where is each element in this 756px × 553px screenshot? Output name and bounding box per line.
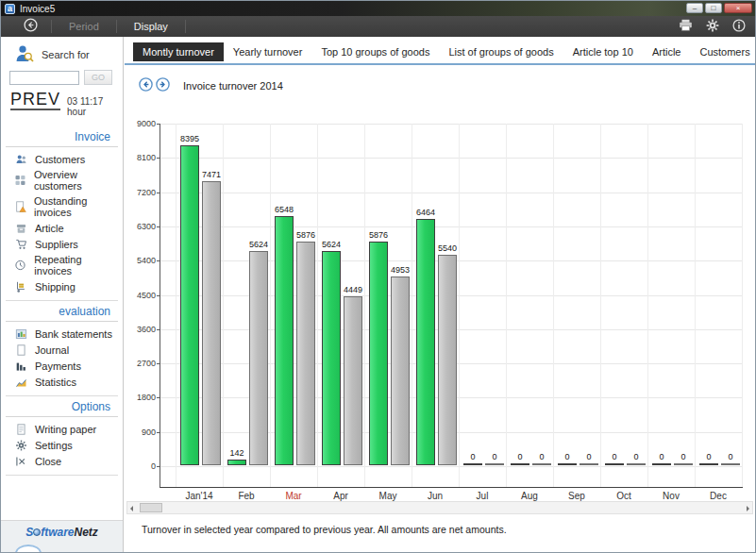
month-group-jul: 00Jul [459, 123, 506, 465]
search-label: Search for [42, 49, 90, 60]
sidebar-item-settings[interactable]: Settings [6, 437, 118, 453]
bar-value-label: 5876 [362, 230, 395, 240]
sidebar-item-label: Suppliers [35, 239, 78, 250]
sidebar-item-statistics[interactable]: Statistics [6, 374, 118, 390]
bar-previous-year-mar [296, 242, 315, 465]
horizontal-scrollbar[interactable] [126, 501, 753, 514]
info-icon [732, 19, 746, 35]
month-group-jan-14: 83957471Jan'14 [176, 123, 223, 465]
sidebar-section-options: OptionsWriting paperSettingsClose [6, 396, 118, 476]
print-icon [679, 19, 693, 34]
sidebar-item-label: Shipping [35, 281, 76, 293]
month-group-aug: 00Aug [506, 123, 553, 465]
sidebar-section-evaluation: evaluationBank statementsJournalPayments… [6, 301, 118, 396]
y-tick [157, 158, 160, 159]
month-group-sep: 00Sep [553, 123, 600, 465]
menu-display[interactable]: Display [128, 19, 174, 34]
bar-selected-year-2014-dec [699, 463, 718, 465]
search-person-icon [14, 43, 35, 66]
bar-previous-year-may [391, 276, 410, 465]
tab-list-of-groups-of-goods[interactable]: List of groups of goods [439, 42, 563, 61]
bar-selected-year-2014-sep [558, 463, 577, 465]
scroll-left-arrow[interactable] [127, 502, 139, 513]
app-icon: a [5, 4, 15, 14]
sidebar-item-journal[interactable]: Journal [6, 342, 118, 358]
sidebar-item-overview-customers[interactable]: Overview customers [6, 167, 118, 193]
sidebar-item-close[interactable]: Close [6, 453, 118, 469]
sidebar-item-label: Payments [35, 360, 81, 372]
tab-top-10-groups-of-goods[interactable]: Top 10 groups of goods [311, 42, 439, 61]
bar-value-label: 142 [221, 448, 253, 458]
close-button[interactable]: × [724, 3, 752, 13]
y-tick [157, 295, 160, 296]
y-tick [157, 226, 160, 227]
toolbar-separator [51, 20, 52, 33]
prev-label: PREV [10, 90, 60, 109]
section-title-evaluation: evaluation [6, 301, 118, 322]
bar-value-label: 5624 [315, 240, 347, 249]
scrollbar-thumb[interactable] [140, 503, 162, 512]
people-icon [14, 153, 27, 165]
y-tick [157, 432, 160, 433]
menu-period[interactable]: Period [63, 19, 105, 34]
cart-icon [14, 238, 27, 250]
toolbar-separator [116, 20, 117, 33]
y-tick-label: 4500 [126, 291, 156, 300]
maximize-button[interactable]: □ [705, 3, 722, 13]
search-go-button[interactable]: GO [84, 70, 112, 85]
tab-customers[interactable]: Customers [690, 42, 756, 61]
back-button[interactable] [24, 19, 40, 35]
sidebar-section-invoice: InvoiceCustomersOverview customersOustan… [6, 126, 118, 301]
close-icon [14, 455, 27, 467]
next-year-button[interactable] [156, 77, 170, 94]
bar-chart-icon [14, 360, 27, 372]
sidebar-item-label: Statistics [35, 377, 76, 388]
month-group-dec: 00Dec [695, 123, 742, 465]
softwarenetz-logo: SftwareNetz [1, 526, 123, 539]
sidebar-item-payments[interactable]: Payments [6, 358, 118, 374]
bar-value-label: 8395 [174, 134, 206, 143]
sidebar-item-bank-statements[interactable]: Bank statements [6, 326, 118, 342]
sidebar-item-oustanding-invoices[interactable]: Oustanding invoices [6, 193, 118, 220]
sidebar-item-label: Article [35, 223, 64, 234]
month-group-apr: 56244449Apr [317, 123, 364, 465]
bank-chart-icon [14, 327, 27, 340]
bar-selected-year-2014-nov [652, 463, 671, 465]
main-panel: Montly turnoverYearly turnoverTop 10 gro… [125, 37, 755, 552]
sidebar-item-article[interactable]: Article [6, 220, 118, 236]
bar-selected-year-2014-may [369, 242, 388, 465]
gridline [160, 466, 743, 467]
bar-value-label: 6548 [268, 205, 300, 214]
grid-icon [14, 175, 26, 187]
sidebar-item-customers[interactable]: Customers [6, 151, 118, 167]
sidebar-item-label: Journal [35, 344, 69, 356]
tab-yearly-turnover[interactable]: Yearly turnover [224, 42, 312, 61]
y-tick [157, 193, 160, 193]
scroll-right-arrow[interactable] [741, 502, 752, 513]
sidebar-item-suppliers[interactable]: Suppliers [6, 236, 118, 252]
sidebar-item-label: Oustanding invoices [34, 195, 118, 218]
bar-selected-year-2014-mar [275, 216, 294, 465]
tab-article-top-10[interactable]: Article top 10 [563, 42, 643, 61]
search-input[interactable] [9, 71, 79, 85]
bar-previous-year-jun [438, 255, 457, 465]
tab-montly-turnover[interactable]: Montly turnover [133, 42, 224, 61]
tab-article[interactable]: Article [643, 42, 691, 61]
sidebar-item-shipping[interactable]: Shipping [6, 278, 118, 294]
sidebar-item-writing-paper[interactable]: Writing paper [6, 421, 118, 437]
minimize-button[interactable]: – [686, 3, 703, 13]
sidebar-item-label: Settings [35, 440, 73, 451]
turnover-chart: 0900180027003600450054006300720081009000… [160, 124, 743, 488]
settings-button[interactable] [706, 19, 719, 35]
bar-selected-year-2014-jun [416, 219, 435, 465]
document-warning-icon [14, 201, 26, 213]
info-button[interactable] [732, 19, 746, 35]
prev-year-button[interactable] [139, 77, 153, 94]
print-button[interactable] [679, 19, 693, 34]
y-tick-label: 2700 [126, 359, 156, 368]
bar-previous-year-oct [627, 463, 646, 465]
bar-previous-year-jul [485, 463, 504, 465]
sidebar-item-repeating-invoices[interactable]: Repeating invoices [6, 252, 118, 278]
sidebar-footer: SftwareNetz [1, 520, 123, 552]
y-tick-label: 1800 [126, 393, 156, 402]
